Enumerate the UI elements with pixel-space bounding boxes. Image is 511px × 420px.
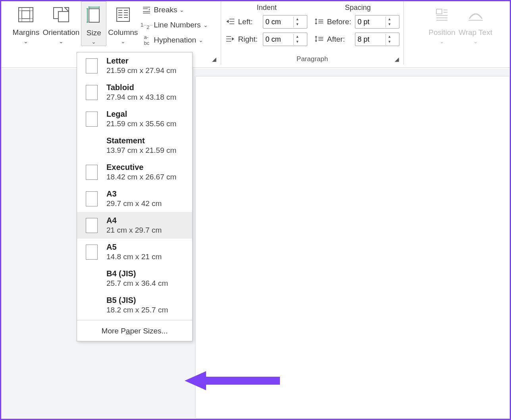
size-option-dimensions: 14.8 cm x 21 cm xyxy=(106,252,162,261)
page-thumb-icon xyxy=(86,245,98,260)
position-button: Position ⌄ xyxy=(427,1,457,45)
size-option-dimensions: 27.94 cm x 43.18 cm xyxy=(106,93,176,102)
chevron-down-icon: ⌄ xyxy=(23,38,28,44)
size-dropdown: Letter21.59 cm x 27.94 cmTabloid27.94 cm… xyxy=(77,52,193,341)
orientation-icon xyxy=(52,5,71,24)
size-option-a4[interactable]: A421 cm x 29.7 cm xyxy=(77,212,192,239)
orientation-button[interactable]: Orientation ⌄ xyxy=(41,1,81,45)
margins-button[interactable]: Margins ⌄ xyxy=(11,1,41,45)
size-option-name: A3 xyxy=(106,189,162,198)
wrap-text-button: Wrap Text ⌄ xyxy=(457,1,494,45)
size-option-name: Executive xyxy=(106,163,176,172)
svg-marker-29 xyxy=(226,20,229,23)
svg-marker-39 xyxy=(315,23,317,25)
size-option-a3[interactable]: A329.7 cm x 42 cm xyxy=(77,185,192,212)
margins-icon xyxy=(16,5,35,24)
size-option-name: A4 xyxy=(106,216,162,225)
size-option-letter[interactable]: Letter21.59 cm x 27.94 cm xyxy=(77,52,192,79)
page-thumb-icon xyxy=(86,191,98,206)
size-option-dimensions: 29.7 cm x 42 cm xyxy=(106,199,162,208)
spacing-after-input[interactable]: ▲▼ xyxy=(355,33,399,46)
spacing-before-icon xyxy=(314,18,325,26)
paragraph-group-label: Paragraph xyxy=(221,55,403,63)
hyphenation-button[interactable]: a-bc Hyphenation ⌄ xyxy=(142,35,208,45)
spin-up-icon[interactable]: ▲ xyxy=(386,17,393,22)
indent-right-input[interactable]: ▲▼ xyxy=(263,33,307,46)
size-option-statement[interactable]: Statement13.97 cm x 21.59 cm xyxy=(77,132,192,159)
page-thumb-icon xyxy=(86,138,98,153)
spin-up-icon[interactable]: ▲ xyxy=(294,34,301,40)
page-thumb-icon xyxy=(86,218,98,233)
chevron-down-icon: ⌄ xyxy=(59,38,64,44)
spacing-after-icon xyxy=(314,35,325,43)
margins-label: Margins xyxy=(13,28,40,37)
spacing-before-input[interactable]: ▲▼ xyxy=(355,15,399,29)
size-option-b4-jis-[interactable]: B4 (JIS)25.7 cm x 36.4 cm xyxy=(77,265,192,292)
spin-down-icon[interactable]: ▼ xyxy=(294,39,301,45)
svg-marker-56 xyxy=(185,371,280,390)
hyphenation-label: Hyphenation xyxy=(154,36,196,44)
page-thumb-icon xyxy=(86,165,98,180)
size-option-dimensions: 13.97 cm x 21.59 cm xyxy=(106,146,176,155)
chevron-down-icon: ⌄ xyxy=(179,7,184,13)
chevron-down-icon: ⌄ xyxy=(203,22,208,28)
size-option-legal[interactable]: Legal21.59 cm x 35.56 cm xyxy=(77,106,192,132)
document-page[interactable] xyxy=(196,77,509,418)
chevron-down-icon: ⌄ xyxy=(440,38,444,44)
size-option-tabloid[interactable]: Tabloid27.94 cm x 43.18 cm xyxy=(77,79,192,106)
spin-down-icon[interactable]: ▼ xyxy=(386,39,393,45)
size-button[interactable]: Size ⌄ xyxy=(81,1,106,46)
size-option-dimensions: 21.59 cm x 27.94 cm xyxy=(106,66,176,75)
size-option-dimensions: 21.59 cm x 35.56 cm xyxy=(106,119,176,128)
size-option-name: B4 (JIS) xyxy=(106,269,168,278)
page-thumb-icon xyxy=(86,58,98,73)
svg-marker-36 xyxy=(232,37,234,40)
spacing-header: Spacing xyxy=(312,4,404,12)
chevron-down-icon: ⌄ xyxy=(473,38,478,44)
size-option-dimensions: 18.2 cm x 25.7 cm xyxy=(106,306,168,314)
page-setup-launcher[interactable]: ◢ xyxy=(212,56,218,62)
indent-right-icon xyxy=(226,35,236,43)
svg-rect-0 xyxy=(19,8,33,22)
svg-marker-38 xyxy=(315,18,317,20)
page-thumb-icon xyxy=(86,85,98,100)
page-thumb-icon xyxy=(86,271,98,286)
line-numbers-icon: 1—2— xyxy=(142,20,151,30)
spin-down-icon[interactable]: ▼ xyxy=(294,22,301,27)
size-option-name: Statement xyxy=(106,136,176,145)
spacing-before-label: Before: xyxy=(327,17,353,26)
size-option-dimensions: 18.42 cm x 26.67 cm xyxy=(106,173,176,181)
more-paper-sizes[interactable]: More Paper Sizes... xyxy=(77,322,192,341)
spin-down-icon[interactable]: ▼ xyxy=(386,22,393,27)
breaks-button[interactable]: Breaks ⌄ xyxy=(142,5,208,15)
paragraph-launcher[interactable]: ◢ xyxy=(395,56,401,62)
line-numbers-button[interactable]: 1—2— Line Numbers ⌄ xyxy=(142,20,208,30)
size-option-name: A5 xyxy=(106,243,162,252)
columns-button[interactable]: Columns ⌄ xyxy=(106,1,139,45)
wrap-text-label: Wrap Text xyxy=(459,28,492,37)
size-option-a5[interactable]: A514.8 cm x 21 cm xyxy=(77,239,192,265)
size-icon xyxy=(84,6,103,25)
line-numbers-label: Line Numbers xyxy=(154,21,201,29)
size-option-name: Legal xyxy=(106,110,176,119)
size-option-b5-jis-[interactable]: B5 (JIS)18.2 cm x 25.7 cm xyxy=(77,292,192,318)
columns-label: Columns xyxy=(108,28,138,37)
indent-left-icon xyxy=(226,18,236,26)
annotation-arrow-icon xyxy=(185,369,280,393)
page-thumb-icon xyxy=(86,298,98,313)
size-option-executive[interactable]: Executive18.42 cm x 26.67 cm xyxy=(77,159,192,185)
svg-marker-45 xyxy=(315,40,317,42)
size-option-name: Letter xyxy=(106,56,176,66)
spin-up-icon[interactable]: ▲ xyxy=(294,17,301,22)
indent-right-label: Right: xyxy=(238,35,260,44)
svg-rect-49 xyxy=(436,9,442,14)
size-label: Size xyxy=(87,29,101,38)
svg-rect-7 xyxy=(58,12,69,22)
orientation-label: Orientation xyxy=(42,28,79,37)
spin-up-icon[interactable]: ▲ xyxy=(386,34,393,40)
svg-rect-1 xyxy=(22,11,30,19)
hyphenation-icon: a-bc xyxy=(142,35,151,45)
indent-left-input[interactable]: ▲▼ xyxy=(263,15,307,29)
breaks-icon xyxy=(142,5,151,15)
spacing-after-label: After: xyxy=(327,35,353,44)
